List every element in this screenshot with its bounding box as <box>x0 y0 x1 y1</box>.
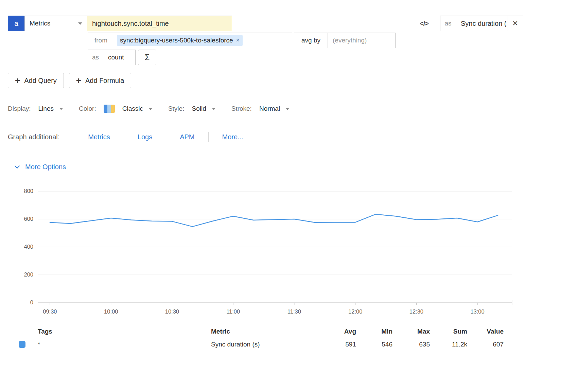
line-chart-svg: 020040060080009:3010:0010:3011:0011:3012… <box>8 186 515 320</box>
header-sum: Sum <box>430 328 467 335</box>
filter-input[interactable]: sync:bigquery-users-500k-to-salesforce × <box>114 33 292 48</box>
graph-additional-apm-link[interactable]: APM <box>166 133 208 141</box>
header-max: Max <box>392 328 430 335</box>
header-min: Min <box>356 328 392 335</box>
metrics-source-label: Metrics <box>30 20 50 27</box>
group-by-input[interactable]: (everything) <box>328 33 396 48</box>
svg-text:09:30: 09:30 <box>43 308 57 315</box>
close-icon: ✕ <box>512 19 518 28</box>
display-type-value: Lines <box>38 105 54 112</box>
add-query-label: Add Query <box>24 77 57 85</box>
stroke-value: Normal <box>259 105 280 112</box>
svg-text:12:00: 12:00 <box>348 308 362 315</box>
palette-color-1 <box>104 105 107 113</box>
svg-text:200: 200 <box>24 271 33 278</box>
filter-tag-text: sync:bigquery-users-500k-to-salesforce <box>120 37 233 44</box>
more-options-toggle[interactable]: More Options <box>15 163 523 171</box>
display-label: Display: <box>8 105 31 112</box>
svg-text:11:30: 11:30 <box>287 308 301 315</box>
color-palette-swatch[interactable] <box>104 105 115 113</box>
graph-additional-metrics-link[interactable]: Metrics <box>74 133 123 141</box>
palette-color-2 <box>107 105 111 113</box>
timeseries-chart[interactable]: 020040060080009:3010:0010:3011:0011:3012… <box>8 186 523 320</box>
graph-additional-label: Graph additional: <box>8 133 59 141</box>
row-tags: * <box>38 341 211 348</box>
display-type-select[interactable]: Lines <box>38 105 63 112</box>
svg-text:13:00: 13:00 <box>470 308 484 315</box>
rollup-select[interactable]: count <box>103 50 136 65</box>
group-by-placeholder: (everything) <box>333 37 367 44</box>
query-row-filter: from sync:bigquery-users-500k-to-salesfo… <box>88 33 523 48</box>
graph-additional-more-link[interactable]: More... <box>209 133 257 141</box>
metrics-source-select[interactable]: Metrics <box>24 16 87 31</box>
svg-text:11:00: 11:00 <box>226 308 240 315</box>
legend-table-header: Tags Metric Avg Min Max Sum Value <box>8 325 523 338</box>
query-letter-badge: a <box>8 16 25 31</box>
close-query-button[interactable]: ✕ <box>507 16 523 31</box>
row-value: 607 <box>467 341 504 348</box>
graph-additional-logs-link[interactable]: Logs <box>124 133 166 141</box>
alias-input[interactable]: Sync duration (s) <box>456 16 507 31</box>
add-formula-button[interactable]: + Add Formula <box>69 73 132 88</box>
svg-text:10:30: 10:30 <box>165 308 179 315</box>
add-query-button[interactable]: + Add Query <box>8 73 64 88</box>
chevron-down-icon <box>148 108 153 110</box>
legend-table: Tags Metric Avg Min Max Sum Value * Sync… <box>8 325 523 351</box>
row-metric: Sync duration (s) <box>211 341 320 348</box>
display-options-row: Display: Lines Color: Classic Style: Sol… <box>8 105 523 113</box>
color-label: Color: <box>79 105 96 112</box>
table-row[interactable]: * Sync duration (s) 591 546 635 11.2k 60… <box>8 338 523 351</box>
code-view-icon[interactable]: </> <box>420 20 429 28</box>
header-avg: Avg <box>320 328 356 335</box>
svg-text:600: 600 <box>24 216 33 222</box>
alias-as-label: as <box>440 16 456 31</box>
add-formula-label: Add Formula <box>85 77 124 85</box>
graph-additional-row: Graph additional: Metrics Logs APM More.… <box>8 132 523 142</box>
query-right-cluster: </> as Sync duration (s) ✕ <box>420 16 523 31</box>
color-scheme-select[interactable]: Classic <box>122 105 153 112</box>
alias-value: Sync duration (s) <box>461 20 507 28</box>
row-sum: 11.2k <box>430 341 467 348</box>
as-label: as <box>88 50 103 65</box>
query-row-main: a Metrics hightouch.sync.total_time </> … <box>8 16 523 31</box>
more-options-label: More Options <box>25 163 66 171</box>
header-tags: Tags <box>38 328 211 335</box>
remove-tag-icon[interactable]: × <box>236 37 240 44</box>
chevron-down-icon <box>15 163 20 169</box>
svg-text:800: 800 <box>24 188 33 194</box>
metric-name-value: hightouch.sync.total_time <box>92 20 169 28</box>
svg-text:0: 0 <box>30 299 33 305</box>
chevron-down-icon <box>59 108 63 110</box>
query-row-rollup: as count Σ <box>88 50 523 65</box>
color-scheme-value: Classic <box>122 105 143 112</box>
stroke-label: Stroke: <box>231 105 252 112</box>
graph-editor: a Metrics hightouch.sync.total_time </> … <box>0 0 523 351</box>
plus-icon: + <box>76 76 81 85</box>
from-label: from <box>88 33 114 48</box>
avg-by-button[interactable]: avg by <box>294 33 328 48</box>
query-actions: + Add Query + Add Formula <box>8 73 523 88</box>
svg-text:400: 400 <box>24 244 33 250</box>
chevron-down-icon <box>212 108 216 110</box>
filter-tag-chip[interactable]: sync:bigquery-users-500k-to-salesforce × <box>117 35 243 46</box>
metric-name-input[interactable]: hightouch.sync.total_time <box>87 16 232 31</box>
style-select[interactable]: Solid <box>192 105 215 112</box>
svg-text:10:00: 10:00 <box>104 308 118 315</box>
palette-color-3 <box>111 105 115 113</box>
chevron-down-icon <box>78 22 82 25</box>
legend-swatch[interactable] <box>19 341 25 348</box>
style-label: Style: <box>168 105 185 112</box>
chevron-down-icon <box>285 108 290 110</box>
svg-text:12:30: 12:30 <box>409 308 423 315</box>
header-metric: Metric <box>211 328 320 335</box>
plus-icon: + <box>15 76 20 85</box>
row-min: 546 <box>356 341 392 348</box>
row-max: 635 <box>392 341 430 348</box>
row-avg: 591 <box>320 341 356 348</box>
style-value: Solid <box>192 105 206 112</box>
stroke-select[interactable]: Normal <box>259 105 290 112</box>
header-value: Value <box>467 328 504 335</box>
sigma-function-button[interactable]: Σ <box>138 50 156 65</box>
